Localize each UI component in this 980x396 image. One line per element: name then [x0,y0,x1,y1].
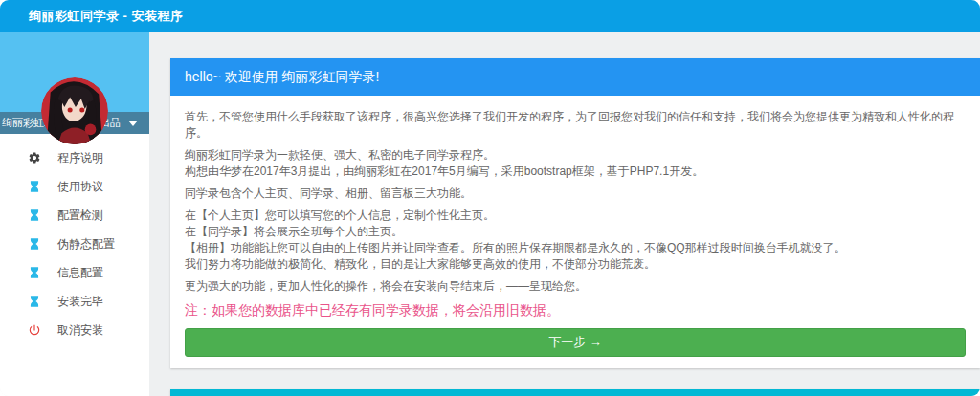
layout: 绚丽彩虹工作室 荣誉出品 程序说明 使用协议 [0,32,980,396]
hourglass-icon [28,266,41,279]
menu-item-license[interactable]: 使用协议 [0,172,149,201]
menu-label: 配置检测 [57,208,103,224]
menu-label: 伪静态配置 [57,236,115,253]
intro-paragraph: 首先，不管您使用什么手段获取了该程序，很高兴您选择了我们开发的程序，为了回报您对… [185,109,966,142]
sidebar: 绚丽彩虹工作室 荣誉出品 程序说明 使用协议 [0,32,149,396]
menu-item-rewrite-config[interactable]: 伪静态配置 [0,230,149,258]
anime-girl-avatar-icon [41,77,108,144]
menu-label: 程序说明 [57,150,103,166]
main-content: hello~ 欢迎使用 绚丽彩虹同学录! 首先，不管您使用什么手段获取了该程序，… [149,32,980,396]
menu-item-env-check[interactable]: 配置检测 [0,201,149,230]
welcome-panel: hello~ 欢迎使用 绚丽彩虹同学录! 首先，不管您使用什么手段获取了该程序，… [170,58,980,368]
avatar-section [0,32,149,112]
welcome-title: hello~ 欢迎使用 绚丽彩虹同学录! [185,69,379,86]
install-steps-menu: 程序说明 使用协议 配置检测 [0,134,149,396]
hourglass-icon [28,209,41,222]
about-paragraph: 绚丽彩虹同学录为一款轻便、强大、私密的电子同学录程序。 构想由华梦在2017年3… [185,147,966,180]
menu-label: 使用协议 [57,179,103,195]
next-step-button[interactable]: 下一步 → [185,328,966,357]
features-detail-paragraph: 在【个人主页】您可以填写您的个人信息，定制个性化主页。 在【同学录】将会展示全班… [185,208,966,273]
panel-gap [170,368,980,389]
changelog-panel-header: 更新日志 —— 当前版本:1.5 修复版 (1005) [170,389,980,396]
caret-down-icon [128,121,138,126]
menu-label: 取消安装 [57,322,103,339]
welcome-panel-body: 首先，不管您使用什么手段获取了该程序，很高兴您选择了我们开发的程序，为了回报您对… [170,96,980,368]
menu-item-info-config[interactable]: 信息配置 [0,258,149,287]
installer-window: 绚丽彩虹同学录 - 安装程序 [0,0,980,396]
power-icon [28,323,41,337]
menu-label: 信息配置 [57,265,103,281]
features-summary-paragraph: 同学录包含个人主页、同学录、相册、留言板三大功能。 [185,186,966,202]
changelog-panel: 更新日志 —— 当前版本:1.5 修复版 (1005) [170,389,980,396]
hourglass-icon [28,180,41,193]
menu-item-cancel-install[interactable]: 取消安装 [0,316,149,344]
titlebar: 绚丽彩虹同学录 - 安装程序 [0,0,980,32]
database-note: 注：如果您的数据库中已经存有同学录数据，将会沿用旧数据。 [185,300,966,319]
gear-icon [28,151,41,165]
welcome-panel-header: hello~ 欢迎使用 绚丽彩虹同学录! [170,58,980,96]
menu-item-program-info[interactable]: 程序说明 [0,143,149,172]
menu-item-install-done[interactable]: 安装完毕 [0,287,149,316]
closing-paragraph: 更为强大的功能，更加人性化的操作，将会在安装向导结束后，——呈现给您。 [185,278,966,295]
window-title: 绚丽彩虹同学录 - 安装程序 [29,8,184,25]
menu-label: 安装完毕 [57,294,103,310]
hourglass-icon [28,237,41,251]
hourglass-icon [28,295,41,308]
